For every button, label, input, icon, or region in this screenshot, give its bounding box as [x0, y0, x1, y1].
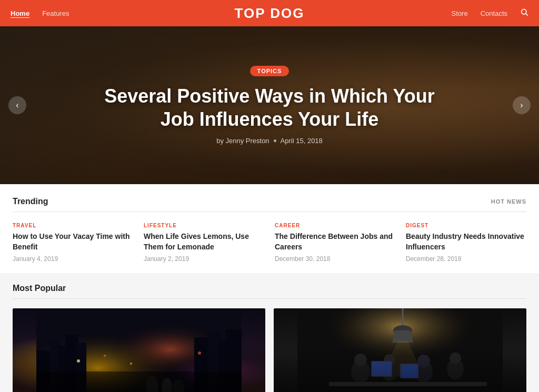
svg-point-19 [77, 359, 80, 363]
svg-rect-24 [297, 308, 503, 392]
svg-point-30 [354, 354, 367, 366]
trending-category: TRAVEL [13, 223, 133, 228]
svg-rect-14 [226, 329, 242, 392]
nav-left: Home Features [11, 9, 69, 17]
trending-header: Trending HOT NEWS [13, 197, 526, 212]
most-popular-title: Most Popular [13, 284, 66, 293]
popular-card-office [274, 308, 526, 392]
hero-meta: by Jenny Preston April 15, 2018 [96, 137, 443, 145]
svg-point-21 [130, 363, 132, 365]
svg-point-0 [522, 9, 526, 14]
svg-rect-7 [49, 340, 60, 392]
card-image-city [13, 308, 265, 392]
popular-card-city [13, 308, 265, 392]
svg-point-32 [384, 354, 395, 366]
nav-home[interactable]: Home [11, 9, 29, 17]
svg-marker-28 [382, 341, 424, 377]
svg-rect-38 [371, 361, 392, 377]
svg-rect-6 [36, 350, 52, 392]
main-content: Trending HOT NEWS TRAVEL How to Use Your… [0, 184, 539, 392]
chevron-right-icon: › [520, 100, 523, 110]
trending-item-2: CAREER The Difference Between Jobs and C… [275, 223, 395, 263]
svg-point-22 [198, 351, 201, 355]
svg-rect-37 [329, 382, 487, 386]
svg-rect-41 [401, 365, 417, 377]
trending-title: Trending [13, 197, 48, 206]
hero-section: ‹ topics Several Positive Ways in Which … [0, 26, 539, 184]
nav-right: Store Contacts [452, 8, 528, 18]
hot-news-label: HOT NEWS [491, 198, 526, 205]
trending-grid: TRAVEL How to Use Your Vacay Time with B… [13, 223, 526, 263]
trending-date: December 28, 2018 [406, 255, 526, 263]
svg-point-36 [450, 353, 461, 364]
trending-category: DIGEST [406, 223, 526, 228]
svg-point-18 [173, 379, 184, 392]
hero-prev-button[interactable]: ‹ [8, 96, 26, 114]
search-button[interactable] [520, 8, 528, 18]
trending-category: LIFESTYLE [144, 223, 264, 228]
hero-title: Several Positive Ways in Which Your Job … [96, 85, 443, 130]
svg-point-31 [381, 360, 398, 381]
trending-item-0: TRAVEL How to Use Your Vacay Time with B… [13, 223, 133, 263]
site-logo: TOP DOG [235, 5, 305, 22]
svg-rect-8 [57, 345, 65, 392]
meta-dot [274, 139, 276, 142]
svg-rect-15 [36, 371, 242, 392]
trending-date: January 4, 2019 [13, 255, 133, 263]
trending-category: CAREER [275, 223, 395, 228]
nav-features[interactable]: Features [42, 9, 69, 17]
city-svg [13, 308, 265, 392]
svg-point-16 [146, 376, 158, 392]
svg-rect-5 [36, 308, 242, 392]
hero-next-button[interactable]: › [513, 96, 531, 114]
hero-author: by Jenny Preston [216, 137, 269, 145]
hero-date: April 15, 2018 [281, 137, 323, 145]
svg-marker-27 [392, 330, 413, 343]
svg-point-29 [351, 360, 370, 383]
trending-item-3: DIGEST Beauty Industry Needs Innovative … [406, 223, 526, 263]
svg-rect-10 [76, 343, 86, 392]
svg-point-33 [415, 360, 433, 383]
office-svg [274, 308, 526, 392]
trending-section: Trending HOT NEWS TRAVEL How to Use Your… [0, 184, 539, 273]
svg-rect-13 [218, 340, 228, 392]
svg-rect-40 [400, 364, 418, 378]
svg-rect-11 [194, 337, 210, 392]
trending-item-title[interactable]: How to Use Your Vacay Time with Benefit [13, 232, 133, 252]
topics-badge: topics [250, 66, 290, 76]
chevron-left-icon: ‹ [16, 100, 18, 110]
svg-point-35 [447, 358, 464, 379]
svg-point-20 [104, 355, 106, 357]
svg-point-17 [162, 378, 172, 392]
card-image-office [274, 308, 526, 392]
popular-grid [13, 308, 526, 392]
svg-rect-39 [372, 362, 391, 376]
trending-date: December 30, 2018 [275, 255, 395, 263]
site-header: Home Features TOP DOG Store Contacts [0, 0, 539, 26]
svg-point-34 [417, 355, 430, 367]
most-popular-section: Most Popular [0, 273, 539, 392]
trending-item-title[interactable]: Beauty Industry Needs Innovative Influen… [406, 232, 526, 252]
nav-store[interactable]: Store [452, 9, 468, 17]
svg-line-1 [526, 14, 528, 16]
trending-item-1: LIFESTYLE When Life Gives Lemons, Use Th… [144, 223, 264, 263]
nav-contacts[interactable]: Contacts [481, 9, 507, 17]
trending-date: January 2, 2019 [144, 255, 264, 263]
trending-item-title[interactable]: The Difference Between Jobs and Careers [275, 232, 395, 252]
search-icon [520, 8, 528, 16]
most-popular-header: Most Popular [13, 284, 526, 299]
hero-content: topics Several Positive Ways in Which Yo… [85, 66, 454, 144]
trending-item-title[interactable]: When Life Gives Lemons, Use Them for Lem… [144, 232, 264, 252]
